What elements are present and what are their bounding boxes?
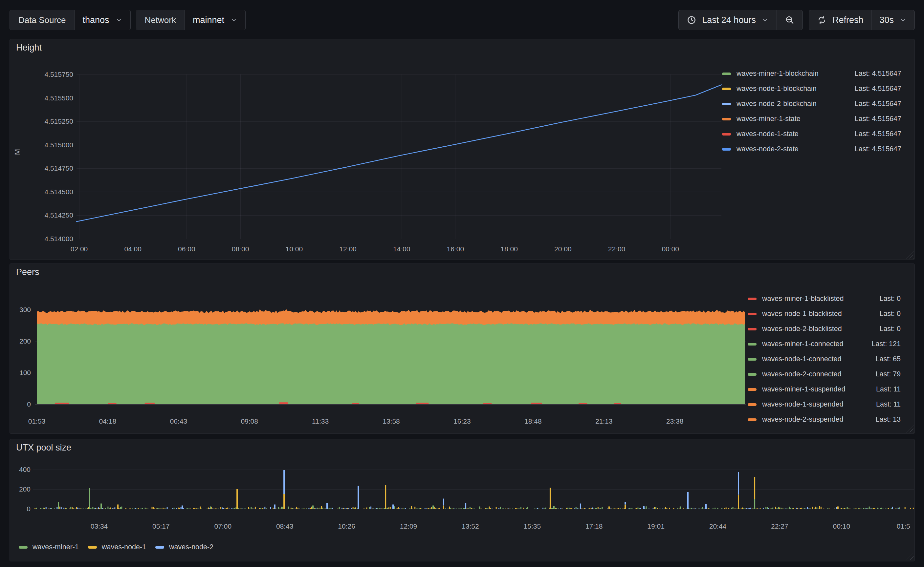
svg-text:4.514250: 4.514250: [44, 212, 73, 219]
legend-swatch: [722, 148, 731, 151]
svg-text:06:00: 06:00: [178, 245, 195, 253]
svg-text:00:10: 00:10: [833, 522, 850, 530]
legend-last-value: Last: 0: [875, 310, 901, 318]
svg-text:18:00: 18:00: [500, 245, 518, 253]
grid: [77, 75, 721, 239]
x-axis: 02:0004:0006:0008:0010:0012:0014:0016:00…: [71, 245, 679, 253]
legend-item[interactable]: waves-node-1-stateLast: 4.515647: [722, 127, 901, 142]
svg-text:17:18: 17:18: [586, 522, 603, 530]
chevron-down-icon: [899, 16, 907, 24]
time-controls: Last 24 hours: [678, 10, 915, 30]
zoom-out-button[interactable]: [777, 10, 802, 30]
noise-bars: [35, 506, 914, 509]
legend-item[interactable]: waves-node-2: [155, 543, 213, 551]
legend-series-name: waves-node-2-blockchain: [736, 100, 817, 108]
spike-bars: [58, 470, 838, 509]
legend-swatch: [19, 546, 28, 549]
legend-series-name: waves-node-1-suspended: [762, 401, 843, 408]
legend-item[interactable]: waves-miner-1-blockchainLast: 4.515647: [722, 66, 901, 81]
svg-text:02:00: 02:00: [71, 245, 88, 253]
svg-text:4.515500: 4.515500: [44, 94, 73, 102]
legend-last-value: Last: 13: [871, 416, 901, 423]
network-dropdown[interactable]: mainnet: [185, 10, 245, 30]
svg-text:100: 100: [20, 369, 31, 376]
svg-text:10:00: 10:00: [285, 245, 303, 253]
y-axis: 3002001000: [20, 306, 31, 408]
y-axis: 4002000: [19, 466, 30, 513]
time-picker-group: Last 24 hours: [678, 10, 803, 30]
legend-series-name: waves-node-2-suspended: [762, 416, 843, 423]
refresh-icon: [817, 15, 827, 25]
legend-item[interactable]: waves-miner-1: [19, 543, 79, 551]
legend-item[interactable]: waves-node-2-connectedLast: 79: [748, 367, 901, 382]
zoom-out-icon: [785, 15, 795, 25]
legend-last-value: Last: 4.515647: [850, 116, 901, 123]
refresh-label: Refresh: [832, 15, 864, 25]
svg-text:16:23: 16:23: [454, 417, 471, 425]
legend-last-value: Last: 121: [867, 340, 901, 348]
legend-item[interactable]: waves-node-1-connectedLast: 65: [748, 352, 901, 367]
datasource-dropdown[interactable]: thanos: [75, 10, 130, 30]
legend-item[interactable]: waves-miner-1-suspendedLast: 11: [748, 382, 901, 397]
svg-text:12:09: 12:09: [400, 522, 417, 530]
svg-text:4.515000: 4.515000: [44, 141, 73, 148]
datasource-value: thanos: [83, 15, 109, 25]
svg-text:19:01: 19:01: [647, 522, 665, 530]
svg-text:00:00: 00:00: [662, 245, 679, 253]
legend-item[interactable]: waves-node-2-blacklistedLast: 0: [748, 322, 901, 337]
refresh-button[interactable]: Refresh: [809, 10, 871, 30]
svg-text:08:43: 08:43: [276, 522, 293, 530]
legend-item[interactable]: waves-miner-1-stateLast: 4.515647: [722, 112, 901, 127]
legend-item[interactable]: waves-node-1-blockchainLast: 4.515647: [722, 81, 901, 96]
panel-utx: UTX pool size 03:3405:1707:0008:4310:261…: [9, 439, 915, 561]
svg-text:23:38: 23:38: [666, 417, 684, 425]
svg-text:01:5: 01:5: [897, 522, 910, 530]
svg-text:01:53: 01:53: [28, 417, 46, 425]
refresh-interval-dropdown[interactable]: 30s: [871, 10, 915, 30]
refresh-interval-value: 30s: [879, 15, 894, 25]
legend-last-value: Last: 11: [871, 386, 901, 393]
svg-text:20:44: 20:44: [709, 522, 727, 530]
svg-text:13:58: 13:58: [383, 417, 400, 425]
legend-series-name: waves-miner-1-state: [736, 116, 801, 123]
legend-last-value: Last: 4.515647: [850, 100, 901, 108]
network-value: mainnet: [193, 15, 224, 25]
height-legend: waves-miner-1-blockchainLast: 4.515647wa…: [722, 66, 901, 157]
legend-item[interactable]: waves-node-1: [88, 543, 146, 551]
refresh-group: Refresh 30s: [809, 10, 915, 30]
svg-text:4.514000: 4.514000: [44, 235, 73, 243]
legend-item[interactable]: waves-miner-1-connectedLast: 121: [748, 337, 901, 352]
legend-last-value: Last: 0: [875, 326, 901, 333]
legend-item[interactable]: waves-node-2-suspendedLast: 13: [748, 412, 901, 427]
svg-text:13:52: 13:52: [462, 522, 479, 530]
svg-text:04:18: 04:18: [99, 417, 117, 425]
legend-last-value: Last: 4.515647: [850, 146, 901, 153]
legend-item[interactable]: waves-node-2-stateLast: 4.515647: [722, 142, 901, 157]
legend-item[interactable]: waves-miner-1-blacklistedLast: 0: [748, 291, 901, 306]
legend-swatch: [748, 358, 757, 361]
svg-text:4.515250: 4.515250: [44, 117, 73, 125]
legend-swatch: [748, 298, 757, 300]
legend-series-name: waves-node-2-blacklisted: [762, 326, 842, 333]
legend-swatch: [748, 403, 757, 406]
legend-series-name: waves-node-1-connected: [762, 356, 841, 363]
legend-swatch: [748, 313, 757, 315]
svg-text:05:17: 05:17: [152, 522, 170, 530]
svg-text:22:00: 22:00: [608, 245, 625, 253]
svg-text:21:13: 21:13: [595, 417, 613, 425]
legend-item[interactable]: waves-node-1-suspendedLast: 11: [748, 397, 901, 412]
datasource-label: Data Source: [10, 10, 75, 30]
svg-text:12:00: 12:00: [339, 245, 357, 253]
svg-text:03:34: 03:34: [91, 522, 108, 530]
svg-text:4.515750: 4.515750: [44, 70, 73, 78]
legend-item[interactable]: waves-node-2-blockchainLast: 4.515647: [722, 96, 901, 112]
time-range-picker[interactable]: Last 24 hours: [679, 10, 777, 30]
dashboard-toolbar: Data Source thanos Network mainnet: [9, 9, 915, 30]
svg-text:0: 0: [27, 505, 30, 513]
svg-text:22:27: 22:27: [771, 522, 789, 530]
legend-item[interactable]: waves-node-1-blacklistedLast: 0: [748, 306, 901, 322]
svg-text:16:00: 16:00: [447, 245, 464, 253]
utx-legend: waves-miner-1waves-node-1waves-node-2: [19, 543, 213, 551]
chevron-down-icon: [762, 16, 769, 24]
time-range-value: Last 24 hours: [702, 15, 756, 25]
